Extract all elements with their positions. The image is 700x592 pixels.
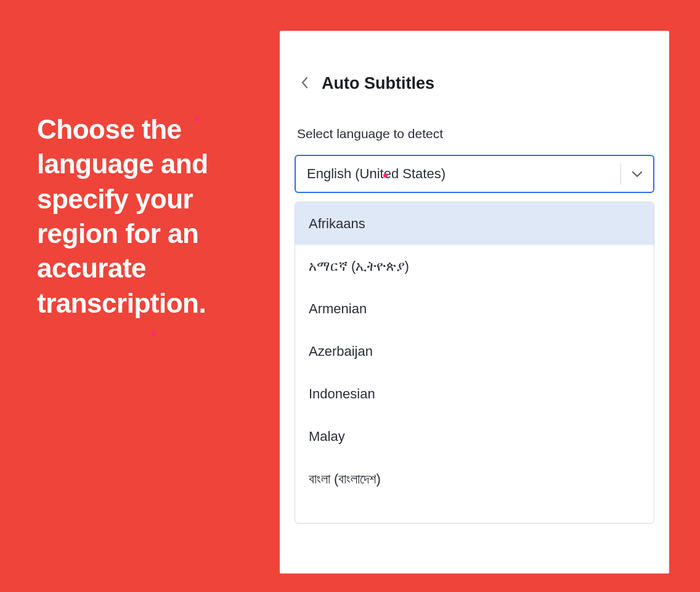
- pointer-dot: [383, 173, 388, 178]
- language-select[interactable]: English (United States): [295, 155, 654, 193]
- instruction-text: Choose the language and specify your reg…: [37, 112, 271, 321]
- language-option[interactable]: বাংলা (বাংলাদেশ): [295, 458, 654, 500]
- language-dropdown[interactable]: Afrikaansአማርኛ (ኢትዮጵያ)ArmenianAzerbaijanI…: [295, 202, 654, 524]
- panel-header: Auto Subtitles: [292, 74, 657, 93]
- language-option[interactable]: Afrikaans: [295, 202, 654, 245]
- back-button[interactable]: [296, 75, 313, 92]
- language-option-label: Afrikaans: [309, 216, 365, 232]
- language-option[interactable]: አማርኛ (ኢትዮጵያ): [295, 245, 654, 287]
- panel-title: Auto Subtitles: [322, 74, 434, 93]
- chevron-left-icon: [301, 76, 308, 91]
- language-option[interactable]: Indonesian: [295, 372, 654, 415]
- language-option[interactable]: Azerbaijan: [295, 330, 654, 372]
- language-option-label: አማርኛ (ኢትዮጵያ): [309, 258, 409, 274]
- language-select-value: English (United States): [307, 166, 621, 182]
- language-option-label: Armenian: [309, 301, 367, 317]
- language-option-label: Indonesian: [309, 386, 375, 402]
- language-option[interactable]: [295, 500, 654, 524]
- chevron-down-icon: [621, 156, 653, 192]
- auto-subtitles-panel: Auto Subtitles Select language to detect…: [280, 31, 669, 574]
- language-option-label: Malay: [309, 429, 345, 445]
- language-option-label: বাংলা (বাংলাদেশ): [309, 471, 381, 487]
- select-language-label: Select language to detect: [292, 126, 657, 141]
- language-option[interactable]: Malay: [295, 415, 654, 458]
- pointer-dot: [195, 117, 199, 121]
- pointer-dot: [152, 332, 156, 336]
- language-option[interactable]: Armenian: [295, 287, 654, 330]
- language-option-label: Azerbaijan: [309, 343, 373, 360]
